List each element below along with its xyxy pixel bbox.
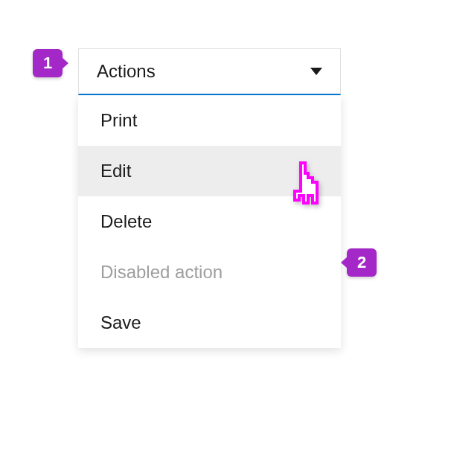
dropdown-item-save[interactable]: Save	[78, 298, 341, 348]
dropdown-item-label: Edit	[100, 161, 131, 181]
dropdown-item-edit[interactable]: Edit	[78, 146, 341, 196]
annotation-callout-2: 2	[347, 248, 377, 277]
dropdown-trigger-label: Actions	[97, 61, 156, 82]
actions-dropdown: Actions Print Edit Delete Disabled actio…	[78, 48, 341, 348]
callout-label: 1	[43, 54, 52, 73]
dropdown-item-label: Disabled action	[100, 262, 223, 282]
dropdown-item-delete[interactable]: Delete	[78, 196, 341, 247]
dropdown-item-disabled-action: Disabled action	[78, 247, 341, 298]
dropdown-trigger-button[interactable]: Actions	[78, 48, 341, 95]
annotation-callout-1: 1	[33, 49, 63, 77]
caret-down-icon	[310, 68, 322, 75]
callout-label: 2	[357, 253, 366, 272]
dropdown-menu: Print Edit Delete Disabled action Save	[78, 95, 341, 348]
dropdown-item-label: Save	[100, 312, 141, 332]
dropdown-item-label: Print	[100, 110, 137, 130]
dropdown-item-label: Delete	[100, 211, 152, 231]
dropdown-item-print[interactable]: Print	[78, 95, 341, 146]
